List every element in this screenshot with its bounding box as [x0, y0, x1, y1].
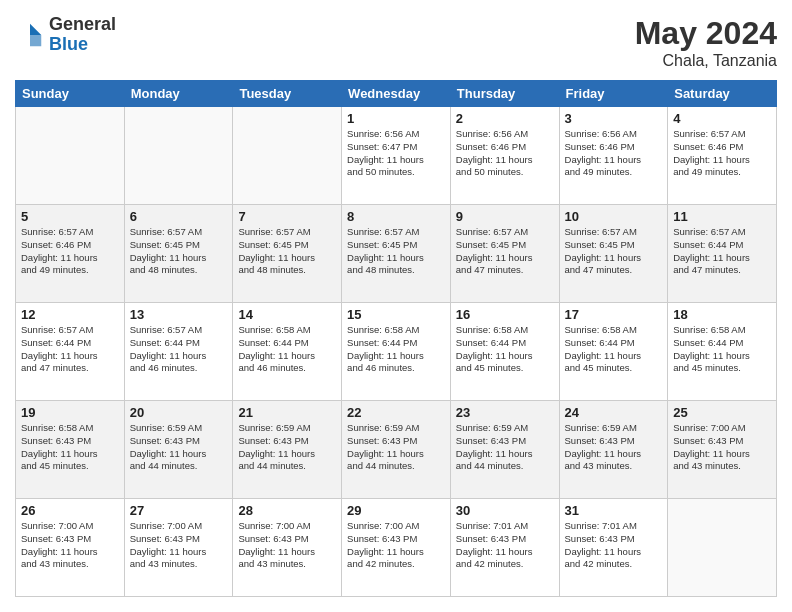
day-number: 3 [565, 111, 663, 126]
calendar-cell [16, 107, 125, 205]
day-number: 4 [673, 111, 771, 126]
month-title: May 2024 [635, 15, 777, 52]
day-number: 29 [347, 503, 445, 518]
calendar-cell: 9Sunrise: 6:57 AM Sunset: 6:45 PM Daylig… [450, 205, 559, 303]
calendar-cell [233, 107, 342, 205]
day-info: Sunrise: 6:58 AM Sunset: 6:44 PM Dayligh… [565, 324, 663, 375]
calendar-cell: 26Sunrise: 7:00 AM Sunset: 6:43 PM Dayli… [16, 499, 125, 597]
day-number: 7 [238, 209, 336, 224]
calendar-cell: 17Sunrise: 6:58 AM Sunset: 6:44 PM Dayli… [559, 303, 668, 401]
calendar-cell: 1Sunrise: 6:56 AM Sunset: 6:47 PM Daylig… [342, 107, 451, 205]
calendar-cell: 30Sunrise: 7:01 AM Sunset: 6:43 PM Dayli… [450, 499, 559, 597]
day-number: 18 [673, 307, 771, 322]
calendar-week-3: 12Sunrise: 6:57 AM Sunset: 6:44 PM Dayli… [16, 303, 777, 401]
calendar-week-1: 1Sunrise: 6:56 AM Sunset: 6:47 PM Daylig… [16, 107, 777, 205]
day-number: 17 [565, 307, 663, 322]
day-info: Sunrise: 6:57 AM Sunset: 6:45 PM Dayligh… [565, 226, 663, 277]
calendar-cell: 11Sunrise: 6:57 AM Sunset: 6:44 PM Dayli… [668, 205, 777, 303]
calendar-cell: 13Sunrise: 6:57 AM Sunset: 6:44 PM Dayli… [124, 303, 233, 401]
day-info: Sunrise: 6:57 AM Sunset: 6:44 PM Dayligh… [21, 324, 119, 375]
day-info: Sunrise: 6:58 AM Sunset: 6:44 PM Dayligh… [456, 324, 554, 375]
calendar-cell: 25Sunrise: 7:00 AM Sunset: 6:43 PM Dayli… [668, 401, 777, 499]
calendar-cell [668, 499, 777, 597]
day-info: Sunrise: 6:57 AM Sunset: 6:44 PM Dayligh… [673, 226, 771, 277]
calendar-cell: 2Sunrise: 6:56 AM Sunset: 6:46 PM Daylig… [450, 107, 559, 205]
calendar-cell: 20Sunrise: 6:59 AM Sunset: 6:43 PM Dayli… [124, 401, 233, 499]
day-number: 26 [21, 503, 119, 518]
day-number: 22 [347, 405, 445, 420]
day-info: Sunrise: 6:57 AM Sunset: 6:46 PM Dayligh… [673, 128, 771, 179]
location: Chala, Tanzania [635, 52, 777, 70]
weekday-header-wednesday: Wednesday [342, 81, 451, 107]
day-number: 20 [130, 405, 228, 420]
day-info: Sunrise: 6:58 AM Sunset: 6:44 PM Dayligh… [347, 324, 445, 375]
calendar-cell: 21Sunrise: 6:59 AM Sunset: 6:43 PM Dayli… [233, 401, 342, 499]
day-number: 16 [456, 307, 554, 322]
svg-marker-1 [30, 35, 41, 46]
day-number: 9 [456, 209, 554, 224]
logo: General Blue [15, 15, 116, 55]
weekday-header-row: SundayMondayTuesdayWednesdayThursdayFrid… [16, 81, 777, 107]
day-info: Sunrise: 6:56 AM Sunset: 6:46 PM Dayligh… [565, 128, 663, 179]
day-info: Sunrise: 6:56 AM Sunset: 6:47 PM Dayligh… [347, 128, 445, 179]
day-number: 11 [673, 209, 771, 224]
calendar-cell: 31Sunrise: 7:01 AM Sunset: 6:43 PM Dayli… [559, 499, 668, 597]
day-number: 13 [130, 307, 228, 322]
logo-icon [15, 20, 45, 50]
calendar-cell: 6Sunrise: 6:57 AM Sunset: 6:45 PM Daylig… [124, 205, 233, 303]
day-number: 8 [347, 209, 445, 224]
calendar: SundayMondayTuesdayWednesdayThursdayFrid… [15, 80, 777, 597]
day-number: 24 [565, 405, 663, 420]
weekday-header-monday: Monday [124, 81, 233, 107]
calendar-cell: 15Sunrise: 6:58 AM Sunset: 6:44 PM Dayli… [342, 303, 451, 401]
day-info: Sunrise: 6:59 AM Sunset: 6:43 PM Dayligh… [565, 422, 663, 473]
day-number: 5 [21, 209, 119, 224]
calendar-cell: 19Sunrise: 6:58 AM Sunset: 6:43 PM Dayli… [16, 401, 125, 499]
calendar-cell: 27Sunrise: 7:00 AM Sunset: 6:43 PM Dayli… [124, 499, 233, 597]
day-info: Sunrise: 6:57 AM Sunset: 6:45 PM Dayligh… [130, 226, 228, 277]
day-info: Sunrise: 6:59 AM Sunset: 6:43 PM Dayligh… [238, 422, 336, 473]
calendar-cell: 12Sunrise: 6:57 AM Sunset: 6:44 PM Dayli… [16, 303, 125, 401]
day-info: Sunrise: 6:57 AM Sunset: 6:44 PM Dayligh… [130, 324, 228, 375]
calendar-cell: 7Sunrise: 6:57 AM Sunset: 6:45 PM Daylig… [233, 205, 342, 303]
calendar-week-2: 5Sunrise: 6:57 AM Sunset: 6:46 PM Daylig… [16, 205, 777, 303]
calendar-cell [124, 107, 233, 205]
day-info: Sunrise: 6:57 AM Sunset: 6:45 PM Dayligh… [456, 226, 554, 277]
title-area: May 2024 Chala, Tanzania [635, 15, 777, 70]
day-number: 31 [565, 503, 663, 518]
day-info: Sunrise: 7:01 AM Sunset: 6:43 PM Dayligh… [456, 520, 554, 571]
calendar-week-5: 26Sunrise: 7:00 AM Sunset: 6:43 PM Dayli… [16, 499, 777, 597]
calendar-cell: 8Sunrise: 6:57 AM Sunset: 6:45 PM Daylig… [342, 205, 451, 303]
weekday-header-saturday: Saturday [668, 81, 777, 107]
day-number: 14 [238, 307, 336, 322]
day-info: Sunrise: 6:59 AM Sunset: 6:43 PM Dayligh… [130, 422, 228, 473]
calendar-cell: 3Sunrise: 6:56 AM Sunset: 6:46 PM Daylig… [559, 107, 668, 205]
day-info: Sunrise: 6:56 AM Sunset: 6:46 PM Dayligh… [456, 128, 554, 179]
day-number: 28 [238, 503, 336, 518]
svg-marker-0 [30, 24, 41, 35]
day-number: 27 [130, 503, 228, 518]
weekday-header-thursday: Thursday [450, 81, 559, 107]
day-info: Sunrise: 6:58 AM Sunset: 6:44 PM Dayligh… [238, 324, 336, 375]
day-number: 12 [21, 307, 119, 322]
header: General Blue May 2024 Chala, Tanzania [15, 15, 777, 70]
weekday-header-sunday: Sunday [16, 81, 125, 107]
day-number: 30 [456, 503, 554, 518]
day-info: Sunrise: 6:57 AM Sunset: 6:46 PM Dayligh… [21, 226, 119, 277]
day-number: 25 [673, 405, 771, 420]
day-info: Sunrise: 6:57 AM Sunset: 6:45 PM Dayligh… [238, 226, 336, 277]
day-info: Sunrise: 6:58 AM Sunset: 6:43 PM Dayligh… [21, 422, 119, 473]
calendar-cell: 10Sunrise: 6:57 AM Sunset: 6:45 PM Dayli… [559, 205, 668, 303]
day-number: 10 [565, 209, 663, 224]
calendar-cell: 14Sunrise: 6:58 AM Sunset: 6:44 PM Dayli… [233, 303, 342, 401]
day-number: 23 [456, 405, 554, 420]
calendar-cell: 28Sunrise: 7:00 AM Sunset: 6:43 PM Dayli… [233, 499, 342, 597]
day-info: Sunrise: 6:59 AM Sunset: 6:43 PM Dayligh… [347, 422, 445, 473]
day-info: Sunrise: 7:00 AM Sunset: 6:43 PM Dayligh… [238, 520, 336, 571]
weekday-header-tuesday: Tuesday [233, 81, 342, 107]
day-info: Sunrise: 6:59 AM Sunset: 6:43 PM Dayligh… [456, 422, 554, 473]
logo-text: General Blue [49, 15, 116, 55]
day-info: Sunrise: 6:57 AM Sunset: 6:45 PM Dayligh… [347, 226, 445, 277]
calendar-week-4: 19Sunrise: 6:58 AM Sunset: 6:43 PM Dayli… [16, 401, 777, 499]
page: General Blue May 2024 Chala, Tanzania Su… [0, 0, 792, 612]
